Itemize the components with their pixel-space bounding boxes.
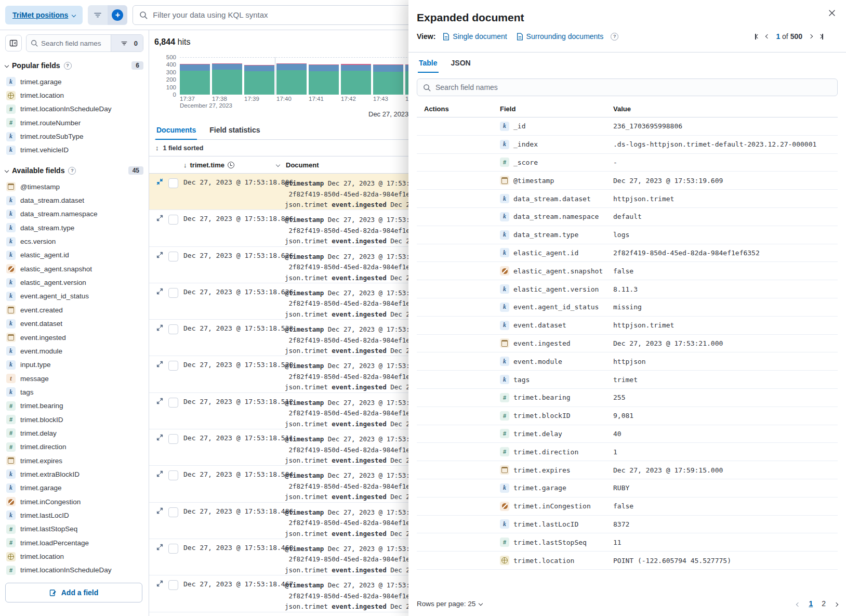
field-list-item[interactable]: trimet.garage — [5, 481, 143, 495]
field-list-item[interactable]: trimet.location — [5, 88, 143, 102]
data-view-picker[interactable]: TriMet positions — [5, 6, 83, 24]
field-list-item[interactable]: trimet.routeSubType — [5, 129, 143, 143]
field-list-item[interactable]: trimet.delay — [5, 426, 143, 440]
field-list-item[interactable]: trimet.blockID — [5, 413, 143, 426]
field-list-item[interactable]: elastic_agent.version — [5, 276, 143, 289]
field-name: trimet.routeNumber — [20, 119, 81, 127]
collapse-sidebar-button[interactable] — [5, 35, 22, 51]
expand-document-button[interactable] — [155, 252, 164, 260]
field-list-item[interactable]: @timestamp — [5, 180, 143, 193]
select-row-checkbox[interactable] — [168, 434, 178, 444]
field-list-item[interactable]: trimet.inCongestion — [5, 495, 143, 508]
expand-document-button[interactable] — [155, 470, 164, 479]
field-list-item[interactable]: message — [5, 372, 143, 385]
field-list-item[interactable]: trimet.routeNumber — [5, 116, 143, 129]
next-page-button[interactable] — [835, 599, 838, 608]
field-list-item[interactable]: trimet.direction — [5, 440, 143, 454]
next-document-button[interactable] — [809, 35, 812, 38]
field-list-item[interactable]: data_stream.namespace — [5, 207, 143, 221]
previous-document-button[interactable] — [766, 35, 769, 38]
field-list-item[interactable]: event.module — [5, 344, 143, 358]
select-row-checkbox[interactable] — [168, 288, 178, 298]
popular-fields-header[interactable]: Popular fields ? 6 — [5, 61, 143, 70]
doc-field-name: event.ingested — [332, 201, 386, 208]
expand-document-button[interactable] — [155, 178, 164, 187]
last-document-button[interactable] — [819, 34, 823, 40]
field-list-item[interactable]: trimet.lastLocID — [5, 508, 143, 522]
expand-document-button[interactable] — [155, 288, 164, 296]
first-document-button[interactable] — [755, 34, 759, 40]
document-icon — [443, 33, 450, 41]
expand-document-button[interactable] — [155, 324, 164, 333]
select-row-checkbox[interactable] — [168, 470, 178, 480]
document-field-row: trimet.blockID 9,081 — [417, 407, 838, 425]
flyout-tab[interactable]: JSON — [450, 55, 472, 73]
field-list-item[interactable]: trimet.vehicleID — [5, 143, 143, 157]
expand-document-button[interactable] — [155, 398, 164, 406]
results-tab[interactable]: Field statistics — [208, 122, 261, 140]
field-list-item[interactable]: elastic_agent.snapshot — [5, 262, 143, 276]
select-row-checkbox[interactable] — [168, 544, 178, 554]
column-menu-icon[interactable] — [276, 163, 280, 167]
field-search-input[interactable]: Search field names 0 — [26, 34, 143, 52]
previous-page-button[interactable] — [797, 599, 800, 608]
field-value: 8372 — [613, 520, 838, 528]
field-list-item[interactable]: trimet.extraBlockID — [5, 467, 143, 481]
field-list-item[interactable]: data_stream.dataset — [5, 193, 143, 207]
view-link[interactable]: Single document — [443, 32, 507, 41]
select-row-checkbox[interactable] — [168, 580, 178, 590]
add-filter-button[interactable]: + — [108, 5, 127, 25]
flyout-tab[interactable]: Table — [418, 55, 439, 73]
field-list-item[interactable]: trimet.locationInScheduleDay — [5, 563, 143, 577]
field-list-item[interactable]: event.dataset — [5, 317, 143, 331]
available-fields-header[interactable]: Available fields ? 45 — [5, 166, 143, 175]
select-row-checkbox[interactable] — [168, 324, 178, 334]
expand-document-button[interactable] — [155, 507, 164, 516]
expand-document-button[interactable] — [155, 580, 164, 588]
field-list-item[interactable]: data_stream.type — [5, 221, 143, 234]
select-row-checkbox[interactable] — [168, 398, 178, 408]
field-list-item[interactable]: trimet.locationInScheduleDay — [5, 102, 143, 116]
field-list-item[interactable]: event.ingested — [5, 331, 143, 344]
field-list-item[interactable]: input.type — [5, 358, 143, 372]
field-list-item[interactable]: trimet.location — [5, 549, 143, 563]
field-list-item[interactable]: trimet.loadPercentage — [5, 536, 143, 549]
rows-per-page-button[interactable]: Rows per page: 25 — [417, 600, 482, 608]
expand-document-button[interactable] — [155, 544, 164, 552]
expand-document-button[interactable] — [155, 361, 164, 369]
view-link[interactable]: Surrounding documents — [517, 32, 604, 41]
x-tick-label: 17:43 — [373, 96, 388, 102]
field-list-item[interactable]: ecs.version — [5, 234, 143, 248]
close-flyout-button[interactable] — [826, 7, 838, 20]
field-list-item[interactable]: trimet.lastStopSeq — [5, 522, 143, 536]
page-number-button[interactable]: 1 — [809, 599, 813, 608]
field-list-item[interactable]: trimet.bearing — [5, 399, 143, 413]
histogram-bar — [309, 64, 339, 95]
field-name: event.ingested — [513, 339, 571, 347]
filter-menu-button[interactable] — [88, 5, 108, 25]
field-list-item[interactable]: event.created — [5, 303, 143, 317]
field-list-item[interactable]: event.agent_id_status — [5, 290, 143, 303]
field-list-item[interactable]: trimet.expires — [5, 454, 143, 467]
field-list-item[interactable]: elastic_agent.id — [5, 248, 143, 262]
select-row-checkbox[interactable] — [168, 178, 178, 188]
document-field-row: _id 236_1703695998806 — [417, 117, 838, 136]
sorted-fields-button[interactable]: 1 field sorted — [163, 145, 204, 152]
expand-document-button[interactable] — [155, 434, 164, 442]
select-row-checkbox[interactable] — [168, 361, 178, 371]
select-row-checkbox[interactable] — [168, 507, 178, 517]
select-row-checkbox[interactable] — [168, 252, 178, 261]
add-field-button[interactable]: Add a field — [5, 583, 142, 602]
time-column-header[interactable]: ↓ trimet.time — [183, 161, 285, 169]
field-list-item[interactable]: trimet.garage — [5, 75, 143, 88]
page-number-button[interactable]: 2 — [822, 599, 826, 608]
results-tab[interactable]: Documents — [155, 122, 197, 140]
field-filter-button[interactable]: 0 — [111, 35, 143, 51]
flyout-field-search[interactable]: Search field names — [417, 78, 838, 96]
field-list-item[interactable]: tags — [5, 385, 143, 399]
field-name: message — [20, 375, 49, 383]
select-row-checkbox[interactable] — [168, 215, 178, 225]
field-name: trimet.direction — [20, 443, 67, 451]
bar-segment — [212, 64, 242, 70]
expand-document-button[interactable] — [155, 215, 164, 223]
